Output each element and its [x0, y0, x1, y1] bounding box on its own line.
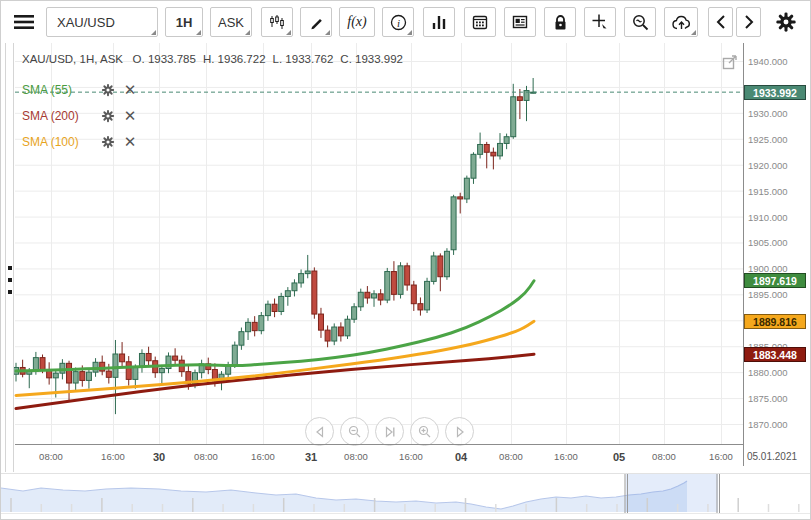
indicator-close-icon[interactable]: ✕: [122, 82, 138, 98]
indicators-button[interactable]: f(x): [339, 7, 375, 37]
candle-body: [345, 319, 350, 336]
indicator-settings-gear-icon[interactable]: [100, 82, 116, 98]
crosshair-button[interactable]: [584, 7, 616, 37]
go-to-latest-button[interactable]: [375, 417, 404, 446]
draw-button[interactable]: [300, 7, 332, 37]
candle-body: [411, 285, 416, 304]
zoom-out-button[interactable]: [340, 417, 369, 446]
popout-icon: [721, 52, 740, 71]
candle-body: [358, 292, 363, 307]
dropdown-caret: [196, 30, 201, 35]
candle-body: [385, 272, 390, 301]
low-value: 1933.762: [285, 53, 333, 65]
time-tick-label: 08:00: [39, 451, 63, 462]
indicator-settings-gear-icon[interactable]: [100, 134, 116, 150]
candle-body: [471, 154, 476, 178]
candle-body: [372, 294, 377, 298]
price-mode-dropdown[interactable]: ASK: [210, 7, 252, 37]
time-tick-label: 08:00: [652, 451, 676, 462]
info-icon: i: [390, 14, 407, 31]
indicator-label: SMA (200): [22, 109, 94, 123]
candle-body: [478, 144, 483, 154]
sma-line-55: [16, 281, 534, 371]
chart-title: XAU/USD, 1H, ASK: [22, 53, 123, 65]
settings-gear-icon: [775, 11, 797, 33]
trading-chart-window: XAU/USD 1H ASK f(x) i: [0, 0, 811, 520]
candle-body: [73, 372, 78, 383]
volume-bars-icon: [431, 14, 447, 30]
candle-body: [458, 197, 463, 199]
candle-body: [232, 345, 237, 366]
cloud-save-icon: [672, 15, 691, 30]
toolbar: XAU/USD 1H ASK f(x) i: [1, 1, 810, 43]
indicator-close-icon[interactable]: ✕: [122, 134, 138, 150]
volume-button[interactable]: [423, 7, 455, 37]
calendar-button[interactable]: [464, 7, 496, 37]
dropdown-caret: [245, 30, 250, 35]
left-panel-strip: [5, 43, 14, 472]
crosshair-icon: [592, 14, 608, 30]
zoom-in-button[interactable]: [410, 417, 439, 446]
dropdown-caret: [325, 30, 330, 35]
interval-label: 1H: [176, 15, 193, 30]
forward-button[interactable]: [736, 7, 761, 37]
back-button[interactable]: [708, 7, 733, 37]
time-tick-label: 16:00: [399, 451, 423, 462]
price-axis-line: [743, 43, 744, 466]
candle-body: [511, 97, 516, 137]
indicator-close-icon[interactable]: ✕: [122, 108, 138, 124]
news-button[interactable]: [504, 7, 536, 37]
candle-body: [226, 366, 231, 374]
history-navigator[interactable]: [1, 473, 811, 514]
lock-button[interactable]: [544, 7, 576, 37]
panel-drag-handle[interactable]: [8, 266, 12, 302]
indicators-fx-icon: f(x): [347, 14, 366, 30]
candle-body: [106, 371, 111, 377]
candle-body: [265, 304, 270, 315]
pan-left-button[interactable]: [305, 417, 334, 446]
dropdown-caret: [691, 30, 696, 35]
menu-button[interactable]: [9, 7, 39, 37]
calendar-icon: [472, 14, 488, 30]
price-tick-label: 1930.000: [748, 108, 808, 119]
time-tick-label: 16:00: [554, 451, 578, 462]
candle-body: [246, 322, 251, 331]
legend-row-sma100: SMA (100) ✕: [22, 129, 138, 155]
sma100-badge: 1889.816: [744, 314, 806, 329]
chart-type-button[interactable]: [261, 7, 293, 37]
candle-body: [173, 356, 178, 360]
chevron-right-icon: [744, 15, 754, 29]
navigator-selection[interactable]: [626, 474, 718, 512]
candle-body: [285, 291, 290, 297]
time-axis-line: [15, 444, 744, 445]
candle-body: [126, 362, 131, 380]
indicator-settings-gear-icon[interactable]: [100, 108, 116, 124]
candle-body: [259, 316, 264, 331]
chart-header: XAU/USD, 1H, ASK O. 1933.785H. 1936.722L…: [22, 53, 410, 65]
symbol-dropdown[interactable]: XAU/USD: [46, 7, 158, 37]
candle-body: [431, 256, 436, 281]
dropdown-caret: [407, 30, 412, 35]
popout-button[interactable]: [721, 52, 740, 71]
candle-body: [398, 266, 403, 295]
settings-button[interactable]: [771, 7, 801, 37]
candle-body: [159, 369, 164, 373]
lock-icon: [553, 14, 568, 31]
info-button[interactable]: i: [382, 7, 414, 37]
price-tick-label: 1905.000: [748, 237, 808, 248]
save-load-button[interactable]: [664, 7, 698, 37]
pan-right-button[interactable]: [445, 417, 474, 446]
price-tick-label: 1910.000: [748, 212, 808, 223]
time-tick-label: 05: [613, 451, 625, 463]
symbol-label: XAU/USD: [57, 15, 115, 30]
candle-body: [504, 137, 509, 144]
magnifier-minus-icon: [348, 425, 361, 438]
time-tick-label: 05.01.2021: [747, 451, 797, 462]
candle-body: [252, 322, 257, 330]
candle-body: [312, 271, 317, 314]
interval-dropdown[interactable]: 1H: [165, 7, 203, 37]
close-value: 1933.992: [355, 53, 403, 65]
candle-body: [484, 144, 489, 152]
zoom-button[interactable]: [624, 7, 656, 37]
legend-row-sma200: SMA (200) ✕: [22, 103, 138, 129]
